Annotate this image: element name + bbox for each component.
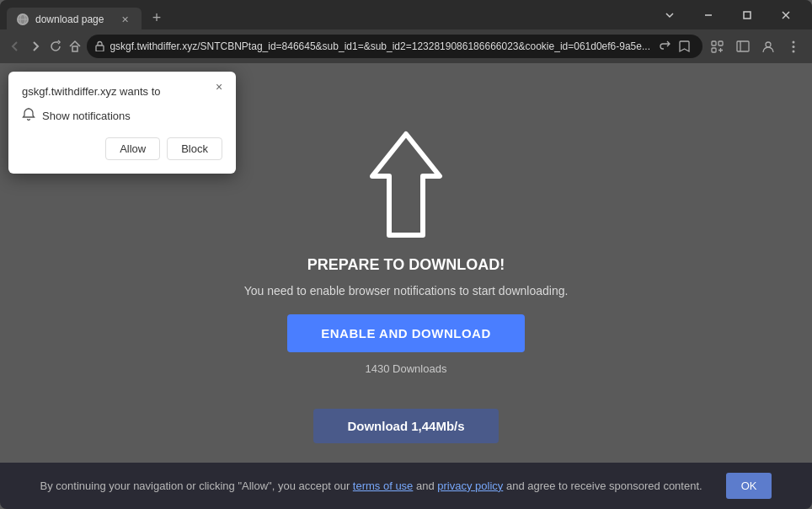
share-icon[interactable] — [655, 37, 674, 56]
popup-close-button[interactable]: × — [211, 78, 227, 95]
profile-icon[interactable] — [756, 35, 780, 58]
svg-rect-7 — [72, 46, 77, 51]
terms-link[interactable]: terms of use — [353, 480, 414, 492]
menu-icon[interactable] — [782, 35, 805, 58]
prepare-heading: PREPARE TO DOWNLOAD! — [307, 256, 505, 274]
prepare-subtext: You need to enable browser notifications… — [244, 284, 569, 297]
download-speed-bar: Download 1,44Mb/s — [313, 409, 498, 443]
bell-icon — [22, 108, 35, 124]
notification-row: Show notifications — [22, 108, 222, 124]
svg-point-16 — [792, 46, 794, 48]
downloads-count: 1430 Downloads — [366, 362, 447, 375]
maximize-button[interactable] — [728, 0, 767, 29]
tab-title: download page — [35, 13, 111, 25]
download-speed: 1,44Mb/s — [411, 419, 464, 433]
privacy-link[interactable]: privacy policy — [437, 480, 503, 492]
svg-point-17 — [792, 50, 794, 52]
content-center: PREPARE TO DOWNLOAD! You need to enable … — [244, 130, 569, 375]
bottom-banner: By continuing your navigation or clickin… — [0, 463, 812, 509]
title-bar: download page ✕ + — [0, 0, 812, 29]
banner-text-content: By continuing your navigation or clickin… — [40, 478, 702, 495]
refresh-button[interactable] — [47, 35, 64, 58]
banner-text-before: By continuing your navigation or clickin… — [40, 480, 353, 492]
tab-area: download page ✕ + — [7, 0, 647, 29]
tab-close-button[interactable]: ✕ — [118, 13, 131, 26]
svg-rect-12 — [737, 41, 749, 51]
close-button[interactable] — [767, 0, 805, 29]
banner-text-mid: and — [413, 480, 437, 492]
extensions-icon[interactable] — [706, 35, 729, 58]
enable-download-button[interactable]: ENABLE AND DOWNLOAD — [287, 314, 524, 352]
address-actions — [655, 37, 694, 56]
home-button[interactable] — [67, 35, 84, 58]
popup-buttons: Allow Block — [22, 137, 222, 160]
sidebar-icon[interactable] — [731, 35, 755, 58]
notification-popup: × gskgf.twithdiffer.xyz wants to Show no… — [8, 72, 236, 174]
back-button[interactable] — [7, 35, 24, 58]
svg-rect-11 — [712, 48, 716, 52]
lock-icon — [95, 40, 104, 53]
block-button[interactable]: Block — [167, 137, 222, 160]
svg-marker-19 — [372, 134, 440, 235]
toolbar-icons — [706, 35, 805, 58]
new-tab-button[interactable]: + — [145, 6, 168, 29]
window-chevron-button[interactable] — [650, 0, 689, 29]
svg-rect-8 — [96, 46, 104, 51]
forward-button[interactable] — [27, 35, 44, 58]
allow-button[interactable]: Allow — [105, 137, 160, 160]
svg-rect-9 — [712, 41, 716, 46]
banner-text-after: and agree to receive sponsored content. — [503, 480, 702, 492]
page-content: × gskgf.twithdiffer.xyz wants to Show no… — [0, 63, 812, 509]
svg-point-14 — [766, 42, 771, 47]
address-bar[interactable]: gskgf.twithdiffer.xyz/SNTCBNPtag_id=8466… — [87, 35, 702, 58]
popup-title: gskgf.twithdiffer.xyz wants to — [22, 85, 222, 98]
window-controls — [650, 0, 805, 29]
svg-rect-10 — [719, 41, 723, 46]
browser-window: download page ✕ + — [0, 0, 812, 509]
ok-button[interactable]: OK — [726, 473, 772, 499]
notification-label: Show notifications — [42, 110, 131, 122]
minimize-button[interactable] — [689, 0, 728, 29]
url-text: gskgf.twithdiffer.xyz/SNTCBNPtag_id=8466… — [110, 40, 650, 52]
download-prefix: Download — [347, 419, 411, 433]
svg-rect-4 — [744, 12, 751, 19]
svg-point-15 — [792, 40, 794, 43]
active-tab[interactable]: download page ✕ — [7, 8, 142, 31]
arrow-graphic — [368, 130, 444, 239]
bookmark-icon[interactable] — [676, 37, 694, 56]
tab-favicon — [17, 13, 29, 25]
navigation-bar: gskgf.twithdiffer.xyz/SNTCBNPtag_id=8466… — [0, 29, 812, 63]
